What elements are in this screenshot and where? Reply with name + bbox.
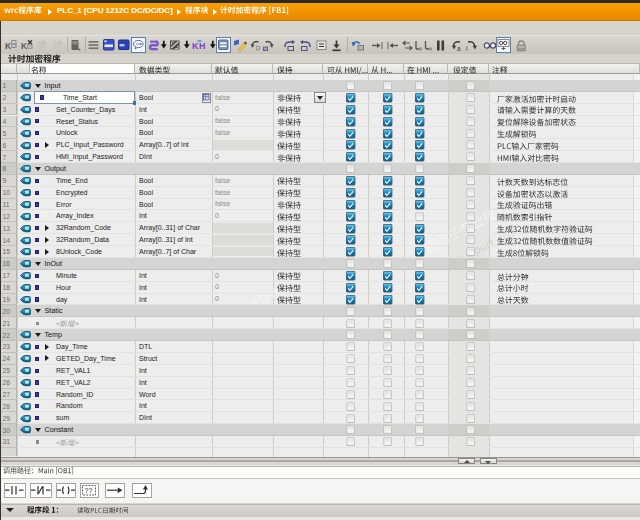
svg-text:a: a [457,44,461,51]
svg-text:H: H [199,41,206,51]
svg-text:??: ?? [85,487,93,494]
svg-text:K: K [5,40,12,50]
svg-text:K: K [21,40,28,50]
svg-text:K: K [192,41,199,51]
svg-text:l: l [466,44,468,51]
